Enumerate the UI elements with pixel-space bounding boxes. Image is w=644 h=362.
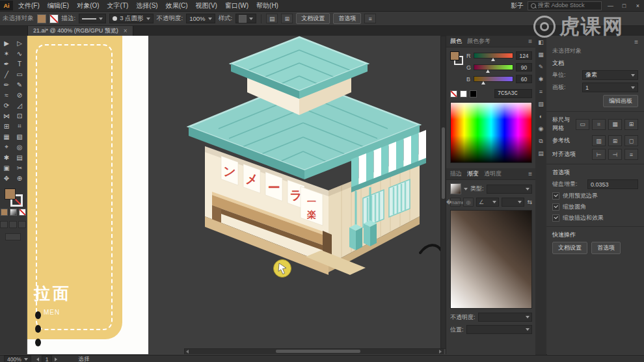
gradient-aspect-select[interactable] xyxy=(502,198,524,207)
gradient-mode-icon[interactable] xyxy=(10,209,17,216)
fill-proxy[interactable] xyxy=(450,51,459,60)
tool-free-transform[interactable]: ⊡ xyxy=(13,110,26,121)
gradient-angle-select[interactable]: ∠ xyxy=(476,198,499,207)
gradient-type-select[interactable] xyxy=(487,185,532,194)
preferences-button[interactable]: 首选项 xyxy=(333,13,361,24)
tool-eraser[interactable]: ⊘ xyxy=(13,90,26,100)
tool-paintbrush[interactable]: ✏ xyxy=(0,79,13,90)
document-setup-button[interactable]: 文档设置 xyxy=(296,13,330,24)
fill-indicator[interactable] xyxy=(5,188,16,200)
zoom-select[interactable]: 400% xyxy=(4,356,31,362)
brushes-panel-icon[interactable]: ✎ xyxy=(537,63,545,71)
increment-field[interactable]: 0.0353 xyxy=(587,179,638,189)
smart-guides-icon[interactable]: ◻ xyxy=(624,135,638,146)
menu-window[interactable]: 窗口(W) xyxy=(221,1,252,10)
document-tab[interactable]: 21.ai* @ 400% (RGB/GPU 预览) × xyxy=(27,26,133,36)
green-slider-thumb[interactable] xyxy=(486,70,490,73)
scroll-left-icon[interactable] xyxy=(186,350,189,354)
menu-type[interactable]: 文字(T) xyxy=(103,1,133,10)
show-guides-icon[interactable]: ▥ xyxy=(592,135,606,146)
gradient-swatch[interactable] xyxy=(450,183,461,194)
tool-pencil[interactable]: ✎ xyxy=(13,79,26,90)
tool-shape-builder[interactable]: ⊞ xyxy=(0,121,13,131)
horizontal-scroll-thumb[interactable] xyxy=(276,350,360,353)
tool-blend[interactable]: ◎ xyxy=(13,142,26,152)
artboard-number[interactable]: 1 xyxy=(42,356,53,362)
tool-gradient[interactable]: ▧ xyxy=(13,131,26,142)
style-select[interactable] xyxy=(235,14,256,23)
vertical-scrollbar[interactable] xyxy=(440,36,446,349)
black-swatch-icon[interactable] xyxy=(470,90,477,97)
preview-bounds-checkbox[interactable] xyxy=(552,192,559,200)
green-slider[interactable] xyxy=(474,64,513,70)
pixel-grid-icon[interactable]: ⊞ xyxy=(624,119,638,130)
scroll-right-icon[interactable] xyxy=(439,350,442,354)
minimize-button[interactable]: — xyxy=(606,3,615,9)
artboard-select[interactable]: 1 xyxy=(582,83,638,92)
maximize-button[interactable]: □ xyxy=(619,3,629,9)
horizontal-scrollbar[interactable] xyxy=(184,348,444,354)
blue-slider-thumb[interactable] xyxy=(481,81,485,84)
panel-menu-icon[interactable]: ≡ xyxy=(528,170,532,177)
stock-search-input[interactable]: 搜索 Adobe Stock xyxy=(528,1,602,10)
brush-stroke-mark[interactable] xyxy=(420,245,441,253)
tool-eyedropper[interactable]: ⌖ xyxy=(0,142,13,152)
tab-transparency[interactable]: 透明度 xyxy=(484,170,502,178)
tool-line-segment[interactable]: ╱ xyxy=(0,69,13,79)
color-panel-icon[interactable]: ◧ xyxy=(537,38,545,46)
stroke-swatch[interactable] xyxy=(49,14,59,23)
tool-rotate[interactable]: ⟳ xyxy=(0,100,13,110)
tool-shaper[interactable]: ≈ xyxy=(0,90,13,100)
draw-normal-icon[interactable] xyxy=(0,221,8,228)
tab-gradient[interactable]: 渐变 xyxy=(467,170,479,178)
poster-artwork[interactable]: 拉面 MEN xyxy=(27,36,122,339)
grid-toggle-icon[interactable]: ⌗ xyxy=(592,119,606,130)
fill-stroke-indicator[interactable] xyxy=(450,51,463,66)
lock-guides-icon[interactable]: ⊞ xyxy=(608,135,622,146)
tool-perspective-grid[interactable]: ⌗ xyxy=(13,121,26,131)
tool-selection[interactable]: ▶ xyxy=(0,38,13,48)
close-button[interactable]: × xyxy=(633,3,643,9)
align-icon[interactable]: ▤ xyxy=(266,14,278,23)
menu-view[interactable]: 视图(V) xyxy=(192,1,221,10)
tool-symbol-sprayer[interactable]: ✱ xyxy=(0,152,13,162)
transform-icon[interactable]: ⊞ xyxy=(281,14,293,23)
color-spectrum[interactable] xyxy=(450,102,532,163)
green-value[interactable]: 90 xyxy=(516,63,532,71)
gradient-preview[interactable] xyxy=(450,210,532,309)
tab-color-guide[interactable]: 颜色参考 xyxy=(467,37,490,45)
vertical-scroll-thumb[interactable] xyxy=(442,127,445,199)
unit-select[interactable]: 像素 xyxy=(582,70,638,80)
tool-rectangle[interactable]: ▭ xyxy=(13,69,26,79)
tool-mesh[interactable]: ▦ xyxy=(0,131,13,142)
gradient-opacity-select[interactable] xyxy=(478,313,532,322)
menu-object[interactable]: 对象(O) xyxy=(73,1,103,10)
draw-behind-icon[interactable] xyxy=(9,221,17,228)
tab-close-icon[interactable]: × xyxy=(124,27,127,34)
symbols-panel-icon[interactable]: ✱ xyxy=(537,75,545,83)
layers-panel-icon[interactable]: ⧉ xyxy=(537,137,545,145)
tool-zoom[interactable]: ⊕ xyxy=(13,173,26,183)
gradient-location-select[interactable] xyxy=(466,325,532,334)
menu-help[interactable]: 帮助(H) xyxy=(252,1,282,10)
next-artboard-icon[interactable] xyxy=(55,357,57,361)
align-right-icon[interactable]: ⊣ xyxy=(608,149,622,160)
tab-stroke[interactable]: 描边 xyxy=(450,170,462,178)
tab-color[interactable]: 颜色 xyxy=(450,37,462,45)
libraries-panel-icon[interactable]: ▤ xyxy=(537,149,545,157)
none-mode-icon[interactable] xyxy=(19,209,26,216)
blue-slider[interactable] xyxy=(474,76,513,82)
gradient-reverse-icon[interactable]: ⇆ xyxy=(527,199,532,205)
tool-direct-selection[interactable]: ▷ xyxy=(13,38,26,48)
fill-swatch[interactable] xyxy=(37,14,46,23)
account-label[interactable]: 影子 xyxy=(511,1,524,10)
tool-scale[interactable]: ◿ xyxy=(13,100,26,110)
align-more-icon[interactable]: ≡ xyxy=(624,149,638,160)
tool-column-graph[interactable]: ▤ xyxy=(13,152,26,162)
tool-type[interactable]: T xyxy=(13,58,26,69)
edit-artboard-button[interactable]: 编辑画板 xyxy=(603,95,638,107)
appearance-panel-icon[interactable]: ◉ xyxy=(537,125,545,133)
quick-document-setup-button[interactable]: 文档设置 xyxy=(552,242,587,254)
tool-pen[interactable]: ✒ xyxy=(0,58,13,69)
red-slider[interactable] xyxy=(474,53,513,58)
